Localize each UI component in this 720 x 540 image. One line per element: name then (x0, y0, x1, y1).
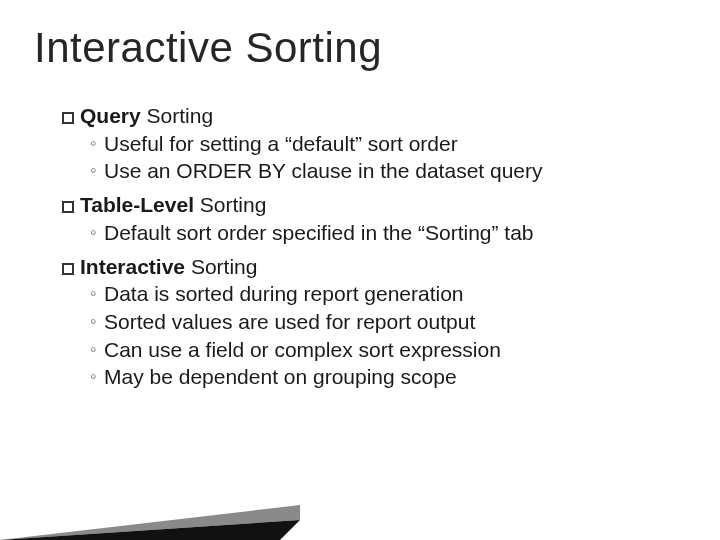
slide-title: Interactive Sorting (34, 24, 382, 72)
sub-item: ◦Default sort order specified in the “So… (90, 219, 672, 247)
topic-rest: Sorting (141, 104, 213, 127)
sub-item: ◦Sorted values are used for report outpu… (90, 308, 672, 336)
sub-text: May be dependent on grouping scope (104, 363, 672, 391)
sub-text: Use an ORDER BY clause in the dataset qu… (104, 157, 672, 185)
topic-lead: Query (80, 104, 141, 127)
ring-bullet-icon: ◦ (90, 219, 104, 245)
topic-query: Query Sorting ◦Useful for setting a “def… (62, 102, 672, 185)
sub-item: ◦Can use a field or complex sort express… (90, 336, 672, 364)
ring-bullet-icon: ◦ (90, 336, 104, 362)
ring-bullet-icon: ◦ (90, 308, 104, 334)
slide-body: Query Sorting ◦Useful for setting a “def… (62, 102, 672, 391)
sub-text: Useful for setting a “default” sort orde… (104, 130, 672, 158)
svg-marker-1 (0, 520, 300, 540)
square-bullet-icon (62, 263, 74, 275)
square-bullet-icon (62, 112, 74, 124)
ring-bullet-icon: ◦ (90, 363, 104, 389)
topic-head: Query Sorting (62, 102, 672, 130)
topic-head: Table-Level Sorting (62, 191, 672, 219)
sub-item: ◦Use an ORDER BY clause in the dataset q… (90, 157, 672, 185)
topic-table-level: Table-Level Sorting ◦Default sort order … (62, 191, 672, 246)
sub-text: Can use a field or complex sort expressi… (104, 336, 672, 364)
topic-lead: Interactive (80, 255, 185, 278)
topic-interactive: Interactive Sorting ◦Data is sorted duri… (62, 253, 672, 392)
sub-text: Sorted values are used for report output (104, 308, 672, 336)
square-bullet-icon (62, 201, 74, 213)
svg-marker-0 (0, 505, 300, 540)
ring-bullet-icon: ◦ (90, 280, 104, 306)
sub-text: Default sort order specified in the “Sor… (104, 219, 672, 247)
topic-lead: Table-Level (80, 193, 194, 216)
ring-bullet-icon: ◦ (90, 157, 104, 183)
sub-list: ◦Data is sorted during report generation… (90, 280, 672, 391)
topic-head: Interactive Sorting (62, 253, 672, 281)
sub-text: Data is sorted during report generation (104, 280, 672, 308)
slide: Interactive Sorting Query Sorting ◦Usefu… (0, 0, 720, 540)
sub-list: ◦Useful for setting a “default” sort ord… (90, 130, 672, 185)
sub-item: ◦Data is sorted during report generation (90, 280, 672, 308)
corner-wedge-icon (0, 430, 300, 540)
sub-item: ◦May be dependent on grouping scope (90, 363, 672, 391)
sub-item: ◦Useful for setting a “default” sort ord… (90, 130, 672, 158)
topic-rest: Sorting (185, 255, 257, 278)
topic-rest: Sorting (194, 193, 266, 216)
ring-bullet-icon: ◦ (90, 130, 104, 156)
sub-list: ◦Default sort order specified in the “So… (90, 219, 672, 247)
